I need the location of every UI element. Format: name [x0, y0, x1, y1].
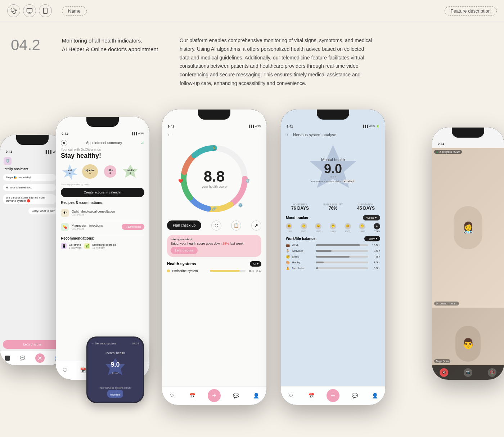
exam1-name: Ophthalmological consultation — [72, 210, 144, 213]
watch-nervous-system: ← Nervous system 08:23 Mental health 9.0 — [86, 336, 144, 403]
activities-label: Activities — [292, 249, 314, 253]
phone1-discuss-btn[interactable]: Let's discuss — [3, 340, 62, 349]
phone2-heading: Stay healthy! — [61, 152, 144, 160]
wifi-icon4: WiFi — [369, 125, 375, 128]
assistant-bar-text: Taigo, your health score goes down 28% l… — [171, 242, 258, 245]
phone-ai-chat: 9:41 ▐▐▐ WiFi 🛡️ Intelly Assistant Taigo… — [0, 135, 65, 365]
nav-chat-icon[interactable]: 💬 — [20, 356, 25, 361]
no-stress-value: 76 DAYS — [291, 206, 309, 211]
phone1-status-bar: 9:41 ▐▐▐ WiFi — [0, 146, 65, 156]
rec1-freq: 1 day/week — [69, 246, 81, 249]
phone2-status-bar: 9:41 ▐▐▐ WiFi — [56, 128, 149, 138]
phone2-recs-row: 📱 Go offline 1 day/week 🌿 Breathing exer… — [61, 242, 144, 250]
plan-checkup-btn[interactable]: Plan check-up — [167, 220, 201, 230]
hobby-value: 1.5 h — [370, 261, 380, 264]
close-icon[interactable]: ✕ — [61, 140, 67, 146]
no-stress-label: NO STRESS — [291, 203, 309, 206]
nav3-user-icon[interactable]: 👤 — [251, 391, 261, 401]
sleep-value: 8 h — [370, 255, 380, 258]
nav3-heart-icon[interactable]: ♡ — [167, 391, 177, 401]
mood-day-5: 😊 15/05 — [345, 223, 351, 232]
phone2-status-icons: ▐▐▐ WiFi — [131, 132, 144, 135]
download-button[interactable]: ↓ Download — [122, 224, 144, 230]
check-icon[interactable]: ✓ — [141, 141, 144, 146]
work-label: Work — [292, 244, 314, 247]
icon-stethoscope[interactable] — [7, 4, 20, 17]
icon-device[interactable] — [39, 4, 52, 17]
nav3-calendar-icon[interactable]: 📅 — [188, 391, 198, 401]
feature-badge[interactable]: Feature description — [445, 6, 497, 15]
nav-close-btn[interactable]: ✕ — [35, 353, 45, 363]
phone3-save-icon[interactable]: 📋 — [231, 220, 241, 231]
nav4-user-icon[interactable]: 👤 — [370, 391, 380, 401]
tag-test-container: test 1 — [61, 162, 79, 180]
exam2-name: Magnesium injections — [72, 224, 119, 227]
watch2-status-area: Your nervous system status: excellent — [91, 387, 139, 398]
doctor-name-label: Dr. Olivia - Thera... — [434, 302, 459, 306]
hobby-bar — [316, 262, 368, 263]
mood-timeline-row: 😊 11/05 😌 12/05 😐 13/05 😶 — [286, 223, 380, 232]
nav-home-icon[interactable] — [5, 356, 10, 361]
chat-bubble-2: Hi, nice to meet you. — [3, 184, 56, 191]
watch2-time: 08:23 — [132, 342, 139, 345]
phone3-discuss-btn[interactable]: Let's discuss — [171, 247, 198, 254]
rec2-freq: 15 min/day — [92, 246, 116, 249]
phone1-notch — [16, 135, 49, 145]
tag-pills: pills 3 — [108, 169, 113, 174]
phone2-time: 9:41 — [62, 132, 68, 135]
nav4-calendar-icon[interactable]: 📅 — [306, 391, 316, 401]
phone4-status-bar: 9:41 ▐▐▐ WiFi 🔋 — [281, 120, 385, 130]
worklife-title: Work/life balance: — [286, 237, 316, 241]
sleep-quality-stat: SLEEP QUALITY 76% — [323, 203, 343, 211]
nav-heart-icon[interactable]: ♡ — [60, 365, 70, 375]
watch2-header: ← Nervous system 08:23 — [91, 342, 139, 345]
phone1-discuss-area: Let's discuss — [0, 338, 65, 351]
shield-icon: 🛡️ — [4, 157, 12, 165]
download-label: Download — [128, 225, 141, 228]
back-arrow-icon4[interactable]: ← — [286, 132, 291, 138]
watch2-suffix: of 10 — [112, 371, 118, 374]
mute-btn[interactable]: 🔇 — [440, 368, 448, 377]
mood-dot-7-active: ● — [374, 223, 380, 229]
worklife-meditation: 🧘 Meditation 0.5 h — [286, 267, 380, 270]
phone2-cta-btn[interactable]: Create actions in calendar — [61, 188, 144, 197]
tag-injection: injection 1 — [85, 169, 95, 174]
phone2-recipes-title: Recipes & examinations: — [61, 201, 144, 205]
name-badge[interactable]: Name — [62, 6, 87, 15]
icon-monitor[interactable] — [23, 4, 36, 17]
nav3-add-btn[interactable]: + — [208, 389, 221, 402]
section-number: 04.2 — [11, 36, 40, 88]
phone4-status-icons: ▐▐▐ WiFi 🔋 — [362, 125, 379, 128]
rec2-label: Breathing exercise — [92, 243, 116, 246]
hobby-icon: 🎨 — [286, 261, 290, 264]
back-arrow-icon[interactable]: ← — [167, 132, 261, 138]
today-filter-btn[interactable]: Today ▾ — [364, 236, 380, 241]
nav4-add-btn[interactable]: + — [327, 389, 339, 402]
chat-bubble-3: We discuss some signals from immune syst… — [3, 194, 56, 204]
all-filter-btn[interactable]: All ▾ — [250, 261, 261, 267]
mental-health-score: 9.0 — [311, 162, 355, 175]
worklife-header: Work/life balance: Today ▾ — [286, 236, 380, 241]
phone2-subtitle: Your call with Dr.Olivia ends — [61, 148, 144, 151]
chat-bubble-1: Taigo 🎭 I'm Intelly! — [3, 174, 56, 181]
worklife-work: 💼 Work 10.5 h — [286, 244, 380, 247]
phone-video-call: 9:41 ● In progress 02:10 👩‍⚕️ Dr. Olivia… — [432, 128, 504, 380]
phone-nervous-system: 9:41 ▐▐▐ WiFi 🔋 ← Nervous system analyse — [281, 110, 385, 405]
phone3-more-icon[interactable]: ↗ — [251, 220, 261, 231]
phone3-status-bar: 9:41 ▐▐▐ WiFi — [162, 120, 266, 130]
nav3-chat-icon[interactable]: 💬 — [231, 391, 241, 401]
tag-habits-container: habits 2 — [121, 162, 139, 180]
endocrine-label: Endocrine system — [172, 269, 208, 273]
ring-icon-left: ❤️ — [178, 179, 183, 183]
mood-day-2: 😌 12/05 — [301, 223, 307, 232]
phone3-share-icon[interactable]: ⬡ — [211, 220, 221, 231]
video-end-btn[interactable]: 📵 — [488, 368, 496, 377]
camera-btn[interactable]: 📷 — [464, 368, 472, 377]
svg-point-0 — [15, 10, 17, 11]
watch2-score: 9.0 — [111, 361, 120, 368]
signal-icon3: ▐▐▐ — [248, 125, 254, 128]
nav4-heart-icon[interactable]: ♡ — [286, 391, 296, 401]
phone5-notch — [452, 128, 484, 138]
week-filter-btn[interactable]: Week ▾ — [363, 215, 380, 220]
nav4-chat-icon[interactable]: 💬 — [350, 391, 360, 401]
